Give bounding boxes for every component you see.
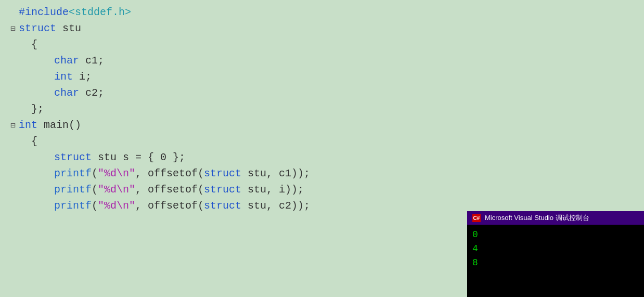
vs-icon-label: C#: [473, 215, 480, 221]
token-int-1: int: [54, 69, 73, 85]
token-paren-2: (: [92, 182, 98, 198]
code-line-1: #include<stddef.h>: [10, 4, 644, 20]
token-main: main(): [37, 117, 81, 133]
token-open-brace-1: {: [31, 36, 37, 53]
token-offsetof-1: , offsetof(: [135, 165, 204, 182]
token-include: #include: [19, 4, 69, 20]
console-title: Microsoft Visual Studio 调试控制台: [485, 213, 589, 223]
token-struct-5: struct: [204, 198, 241, 214]
code-line-9: {: [23, 133, 644, 149]
token-close-brace-semi: };: [31, 101, 44, 117]
vs-icon: C#: [472, 214, 481, 222]
console-titlebar: C# Microsoft Visual Studio 调试控制台: [467, 211, 644, 225]
token-stu-c1: stu, c1));: [241, 165, 310, 182]
token-stddef: <stddef.h>: [69, 4, 131, 20]
token-int-main: int: [19, 117, 37, 133]
code-line-4: char c1;: [46, 53, 644, 69]
token-stu-1: stu: [56, 20, 81, 36]
token-stu-s: stu s = { 0 };: [92, 149, 185, 165]
main-container: #include<stddef.h> ⊟ struct stu { char c…: [0, 0, 644, 297]
token-offsetof-2: , offsetof(: [135, 182, 204, 198]
token-printf-3: printf: [54, 198, 92, 214]
token-i: i;: [73, 69, 92, 85]
line-marker-8: ⊟: [10, 120, 17, 133]
token-char-1: char: [54, 53, 79, 69]
token-c1: c1;: [79, 53, 104, 69]
console-output-1: 4: [472, 242, 639, 256]
token-fmt-1: "%d\n": [98, 165, 135, 182]
code-line-10: struct stu s = { 0 };: [46, 149, 644, 165]
token-printf-1: printf: [54, 165, 92, 182]
token-paren-3: (: [92, 198, 98, 214]
token-c2: c2;: [79, 85, 104, 101]
code-line-6: char c2;: [46, 85, 644, 101]
token-fmt-3: "%d\n": [98, 198, 135, 214]
code-line-8: ⊟ int main(): [10, 117, 644, 133]
code-line-11: printf("%d\n", offsetof(struct stu, c1))…: [46, 165, 644, 182]
console-content: 0 4 8: [467, 225, 644, 297]
token-fmt-2: "%d\n": [98, 182, 135, 198]
console-output-0: 0: [472, 228, 639, 242]
console-window: C# Microsoft Visual Studio 调试控制台 0 4 8: [467, 211, 644, 297]
token-printf-2: printf: [54, 182, 92, 198]
code-line-5: int i;: [46, 69, 644, 85]
token-open-brace-2: {: [31, 133, 37, 149]
code-line-3: {: [23, 36, 644, 53]
token-stu-i: stu, i));: [241, 182, 304, 198]
line-marker-2: ⊟: [10, 23, 17, 36]
code-line-7: };: [23, 101, 644, 117]
token-struct-3: struct: [204, 165, 241, 182]
token-struct-4: struct: [204, 182, 241, 198]
code-line-12: printf("%d\n", offsetof(struct stu, i));: [46, 182, 644, 198]
token-stu-c2: stu, c2));: [241, 198, 310, 214]
console-output-2: 8: [472, 256, 639, 270]
token-offsetof-3: , offsetof(: [135, 198, 204, 214]
code-line-2: ⊟ struct stu: [10, 20, 644, 36]
token-struct-1: struct: [19, 20, 56, 36]
token-paren-1: (: [92, 165, 98, 182]
token-struct-2: struct: [54, 149, 92, 165]
token-char-2: char: [54, 85, 79, 101]
